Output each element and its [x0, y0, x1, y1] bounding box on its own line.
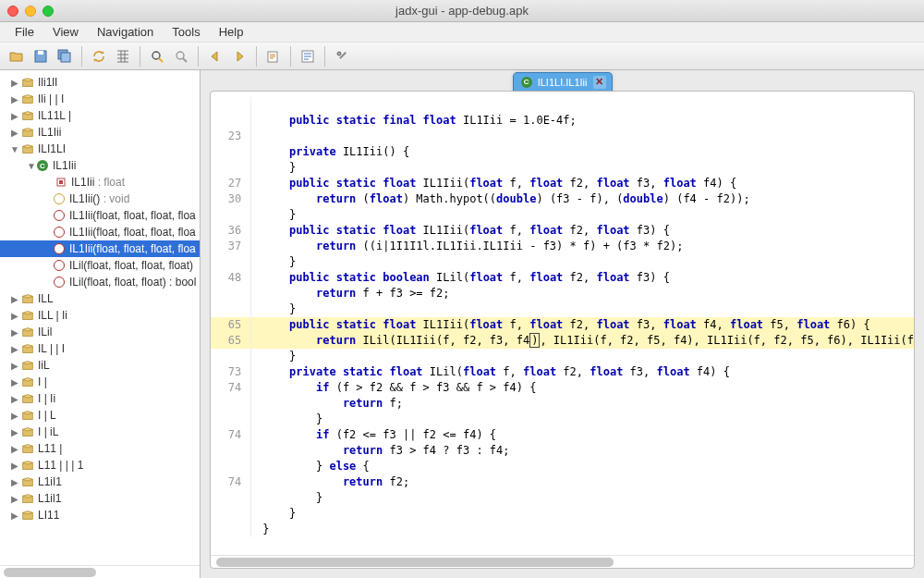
expand-arrow-icon[interactable]: ▶	[9, 394, 20, 404]
log-button[interactable]	[297, 46, 319, 67]
code-source[interactable]: public static float IL1Iii(float f, floa…	[251, 223, 914, 239]
code-source[interactable]: }	[251, 506, 914, 522]
tree-item[interactable]: IL1Iii(float, float, float, float)	[0, 240, 200, 257]
code-source[interactable]: public static float IL1Iii(float f, floa…	[251, 317, 914, 333]
tree-item[interactable]: ▶Ili1lI	[0, 74, 200, 91]
expand-arrow-icon[interactable]: ▶	[9, 344, 20, 354]
code-source[interactable]: private IL1Iii() {	[251, 144, 914, 160]
tree-item[interactable]: IL1Iii(float, float, float, float, float…	[0, 224, 200, 240]
find-class-button[interactable]	[170, 46, 192, 67]
tree-item[interactable]: ▶Ili | | I	[0, 91, 200, 107]
code-source[interactable]: }	[251, 349, 914, 364]
tree-item[interactable]: IL1Iii : float	[0, 174, 200, 191]
code-source[interactable]: }	[251, 490, 914, 506]
code-source[interactable]: public static boolean ILil(float f, floa…	[251, 270, 914, 286]
expand-arrow-icon[interactable]: ▶	[9, 361, 20, 371]
code-source[interactable]: private static float ILil(float f, float…	[251, 364, 914, 380]
tree-item[interactable]: ▶IiL	[0, 357, 200, 374]
code-source[interactable]: }	[251, 160, 914, 176]
tree-item[interactable]: ILil(float, float, float) : boolean	[0, 274, 200, 290]
deobfuscate-button[interactable]	[262, 46, 285, 67]
tree-item[interactable]: IL1Iii() : void	[0, 191, 200, 207]
forward-button[interactable]	[228, 46, 250, 67]
code-source[interactable]: public static final float IL1Iii = 1.0E-…	[251, 113, 914, 129]
tree-item[interactable]: ▶ILil	[0, 324, 200, 340]
menu-navigation[interactable]: Navigation	[88, 23, 163, 41]
tree-item[interactable]: ▶L1il1	[0, 490, 200, 507]
close-window-button[interactable]	[7, 6, 18, 17]
menu-tools[interactable]: Tools	[163, 23, 209, 41]
settings-button[interactable]	[331, 46, 353, 67]
expand-arrow-icon[interactable]: ▶	[9, 427, 20, 437]
code-source[interactable]: } else {	[251, 459, 914, 474]
code-source[interactable]: }	[251, 301, 914, 317]
code-source[interactable]: }	[251, 254, 914, 270]
code-source[interactable]: return ((i|1I1I1l.IL1Iii.IL1Iii - f3) * …	[251, 239, 914, 254]
code-source[interactable]: return (float) Math.hypot((double) (f3 -…	[251, 191, 914, 207]
tree-item[interactable]: ▶I | iL	[0, 424, 200, 440]
code-source[interactable]: if (f2 <= f3 || f2 <= f4) {	[251, 427, 914, 443]
expand-arrow-icon[interactable]: ▶	[9, 294, 20, 304]
expand-arrow-icon[interactable]: ▶	[9, 494, 20, 504]
expand-arrow-icon[interactable]: ▶	[9, 311, 20, 321]
code-source[interactable]: }	[251, 207, 914, 223]
code-source[interactable]: return f3 > f4 ? f3 : f4;	[251, 443, 914, 459]
code-source[interactable]: }	[251, 412, 914, 427]
tree-item[interactable]: ▶IL11L |	[0, 107, 200, 124]
tree-item[interactable]: ▶L11 | | | 1	[0, 457, 200, 473]
tree-item[interactable]: ▶LI11	[0, 507, 200, 523]
expand-arrow-icon[interactable]: ▶	[9, 411, 20, 421]
tree-item[interactable]: ▶I | L	[0, 407, 200, 424]
tree-item[interactable]: ▶ILL	[0, 290, 200, 307]
tree-item[interactable]: ▶ILL | Ii	[0, 307, 200, 324]
tree-item[interactable]: ▶IL | | I	[0, 340, 200, 357]
save-all-button[interactable]	[54, 46, 76, 67]
tree-item[interactable]: IL1Iii(float, float, float, float)	[0, 207, 200, 224]
flatten-packages-button[interactable]	[112, 46, 134, 67]
editor-tab-active[interactable]: C ILI1LI.IL1Iii ✕	[513, 72, 613, 91]
open-file-button[interactable]	[6, 46, 28, 67]
expand-arrow-icon[interactable]: ▶	[9, 510, 20, 521]
code-source[interactable]: public static float IL1Iii(float f, floa…	[251, 176, 914, 191]
expand-arrow-icon[interactable]: ▶	[9, 377, 20, 387]
expand-arrow-icon[interactable]: ▶	[9, 94, 20, 105]
back-button[interactable]	[204, 46, 226, 67]
code-source[interactable]: return f2;	[251, 474, 914, 490]
tree-item[interactable]: ▶I | Ii	[0, 390, 200, 407]
expand-arrow-icon[interactable]: ▼	[9, 144, 20, 154]
code-viewport[interactable]: public static final float IL1Iii = 1.0E-…	[211, 92, 914, 555]
menu-file[interactable]: File	[6, 23, 43, 41]
code-source[interactable]: return f + f3 >= f2;	[251, 286, 914, 301]
expand-arrow-icon[interactable]: ▶	[9, 78, 20, 88]
code-source[interactable]	[251, 129, 914, 144]
code-source[interactable]: return ILil(IL1Iii(f, f2, f3, f4), IL1Ii…	[251, 333, 914, 349]
sidebar-scrollbar[interactable]	[0, 565, 200, 578]
expand-arrow-icon[interactable]: ▼	[26, 161, 37, 171]
tree-item[interactable]: ▼ILI1LI	[0, 141, 200, 157]
tree-item[interactable]: ▶L11 |	[0, 440, 200, 457]
tree-item[interactable]: ▶I |	[0, 374, 200, 390]
editor-scrollbar[interactable]	[211, 555, 914, 568]
tree-item[interactable]: ▶L1iI1	[0, 473, 200, 490]
code-source[interactable]	[251, 97, 914, 113]
menu-help[interactable]: Help	[210, 23, 253, 41]
menu-view[interactable]: View	[43, 23, 88, 41]
expand-arrow-icon[interactable]: ▶	[9, 111, 20, 121]
close-tab-button[interactable]: ✕	[593, 76, 606, 89]
tree-item[interactable]: ▼CIL1Iii	[0, 157, 200, 174]
tree-item[interactable]: ▶IL1Iii	[0, 124, 200, 141]
search-button[interactable]	[146, 46, 168, 67]
expand-arrow-icon[interactable]: ▶	[9, 444, 20, 454]
zoom-window-button[interactable]	[43, 6, 54, 17]
expand-arrow-icon[interactable]: ▶	[9, 128, 20, 138]
tree-item[interactable]: ILil(float, float, float, float)	[0, 257, 200, 274]
code-source[interactable]: return f;	[251, 396, 914, 412]
expand-arrow-icon[interactable]: ▶	[9, 477, 20, 487]
expand-arrow-icon[interactable]: ▶	[9, 327, 20, 338]
sync-button[interactable]	[88, 46, 110, 67]
code-source[interactable]: if (f > f2 && f > f3 && f > f4) {	[251, 380, 914, 396]
minimize-window-button[interactable]	[25, 6, 36, 17]
code-source[interactable]: }	[251, 522, 914, 537]
save-button[interactable]	[30, 46, 52, 67]
package-tree[interactable]: ▶Ili1lI▶Ili | | I▶IL11L |▶IL1Iii▼ILI1LI▼…	[0, 70, 200, 565]
